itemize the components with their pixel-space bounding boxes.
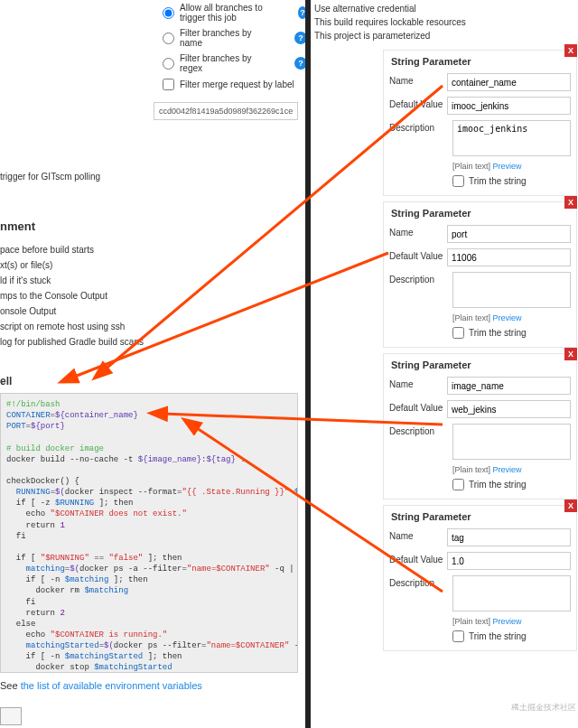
- label-allow-all: Allow all branches to trigger this job: [180, 3, 280, 23]
- name-input[interactable]: [447, 528, 571, 546]
- opt-5: onsole Output: [0, 303, 307, 319]
- param-footer: [Plain text] Preview: [384, 462, 576, 477]
- left-panel: Allow all branches to trigger this job ?…: [0, 0, 307, 728]
- preview-link[interactable]: Preview: [493, 617, 522, 626]
- default-input[interactable]: [447, 552, 571, 570]
- branch-option-filter-merge[interactable]: Filter merge request by label: [0, 76, 307, 93]
- desc-textarea[interactable]: [452, 272, 571, 308]
- param-title: String Parameter: [384, 354, 576, 374]
- default-input[interactable]: [447, 400, 571, 418]
- opt-2: xt(s) or file(s): [0, 257, 307, 273]
- trim-label: Trim the string: [469, 480, 527, 490]
- desc-textarea[interactable]: [452, 575, 571, 611]
- name-label: Name: [389, 528, 447, 541]
- desc-textarea[interactable]: imooc_jenkins: [452, 120, 571, 156]
- check-filter-merge[interactable]: [163, 79, 174, 90]
- branch-option-allow-all[interactable]: Allow all branches to trigger this job ?: [0, 0, 307, 25]
- default-label: Default Value: [389, 248, 447, 261]
- opt-3: ld if it's stuck: [0, 273, 307, 288]
- trim-row[interactable]: Trim the string: [384, 173, 576, 190]
- trim-row[interactable]: Trim the string: [384, 325, 576, 341]
- delete-param-button[interactable]: X: [564, 348, 577, 360]
- trim-row[interactable]: Trim the string: [384, 629, 576, 645]
- see-env-vars: See the list of available environment va…: [0, 673, 307, 698]
- radio-filter-regex[interactable]: [163, 58, 174, 70]
- default-label: Default Value: [389, 97, 447, 109]
- default-label: Default Value: [389, 400, 447, 413]
- param-title: String Parameter: [384, 51, 576, 70]
- env-vars-link[interactable]: the list of available environment variab…: [21, 680, 202, 691]
- opt-6: script on remote host using ssh: [0, 319, 307, 334]
- name-input[interactable]: [447, 73, 571, 91]
- commit-hash-input[interactable]: [154, 102, 298, 120]
- label-filter-name: Filter branches by name: [180, 28, 276, 48]
- opt-7: log for published Gradle build scans: [0, 334, 307, 350]
- trim-label: Trim the string: [469, 631, 527, 641]
- plaintext-label: [Plain text]: [452, 313, 490, 322]
- name-label: Name: [389, 73, 447, 86]
- preview-link[interactable]: Preview: [493, 162, 522, 171]
- trim-checkbox[interactable]: [452, 479, 464, 490]
- right-panel: Use alternative credential This build re…: [311, 0, 578, 728]
- param-footer: [Plain text] Preview: [384, 614, 576, 629]
- delete-param-button[interactable]: X: [564, 196, 577, 209]
- name-label: Name: [389, 377, 447, 389]
- desc-label: Description: [389, 575, 452, 588]
- opt-4: mps to the Console Output: [0, 288, 307, 303]
- delete-param-button[interactable]: X: [564, 44, 577, 57]
- trim-label: Trim the string: [469, 328, 527, 338]
- param-footer: [Plain text] Preview: [384, 159, 576, 173]
- trim-checkbox[interactable]: [452, 175, 464, 187]
- param-block-port: X String Parameter Name Default Value De…: [383, 201, 577, 348]
- desc-textarea[interactable]: [452, 424, 571, 460]
- radio-filter-name[interactable]: [163, 33, 174, 44]
- shell-script-editor[interactable]: #!/bin/bash CONTAINER=${container_name} …: [0, 393, 298, 673]
- default-input[interactable]: [447, 97, 571, 115]
- desc-label: Description: [389, 424, 452, 436]
- desc-label: Description: [389, 272, 452, 285]
- trim-label: Trim the string: [469, 176, 527, 186]
- desc-label: Description: [389, 120, 452, 133]
- preview-link[interactable]: Preview: [493, 313, 522, 322]
- delete-param-button[interactable]: X: [564, 499, 577, 512]
- check-lockable[interactable]: This build requires lockable resources: [314, 15, 578, 29]
- top-project-options: Use alternative credential This build re…: [311, 0, 578, 44]
- bottom-corner-button[interactable]: [0, 707, 22, 725]
- param-block-image-name: X String Parameter Name Default Value De…: [383, 353, 577, 499]
- radio-allow-all[interactable]: [163, 7, 174, 19]
- default-input[interactable]: [447, 248, 571, 266]
- preview-link[interactable]: Preview: [493, 465, 522, 474]
- param-title: String Parameter: [384, 202, 576, 222]
- section-heading: nment: [0, 210, 307, 237]
- label-filter-merge: Filter merge request by label: [180, 79, 294, 89]
- watermark: 稀土掘金技术社区: [511, 702, 576, 714]
- opt-1: pace before build starts: [0, 242, 307, 257]
- trigger-text: trigger for GITscm polling: [0, 170, 307, 183]
- trim-row[interactable]: Trim the string: [384, 477, 576, 493]
- see-prefix: See: [0, 680, 21, 691]
- name-label: Name: [389, 225, 447, 238]
- param-title: String Parameter: [384, 506, 576, 526]
- trim-checkbox[interactable]: [452, 630, 464, 642]
- shell-section-label: ell: [0, 368, 307, 389]
- plaintext-label: [Plain text]: [452, 162, 490, 171]
- plaintext-label: [Plain text]: [452, 617, 490, 626]
- check-parameterized[interactable]: This project is parameterized: [314, 29, 578, 42]
- param-block-container-name: X String Parameter Name Default Value De…: [383, 50, 577, 196]
- param-block-tag: X String Parameter Name Default Value De…: [383, 505, 577, 651]
- name-input[interactable]: [447, 225, 571, 243]
- trim-checkbox[interactable]: [452, 327, 464, 339]
- branch-option-filter-regex[interactable]: Filter branches by regex ?: [0, 51, 307, 76]
- name-input[interactable]: [447, 377, 571, 395]
- plaintext-label: [Plain text]: [452, 465, 490, 474]
- branch-option-filter-name[interactable]: Filter branches by name ?: [0, 25, 307, 51]
- label-filter-regex: Filter branches by regex: [180, 53, 276, 73]
- param-footer: [Plain text] Preview: [384, 311, 576, 325]
- options-list: pace before build starts xt(s) or file(s…: [0, 237, 307, 350]
- default-label: Default Value: [389, 552, 447, 565]
- check-alt-cred[interactable]: Use alternative credential: [314, 2, 578, 15]
